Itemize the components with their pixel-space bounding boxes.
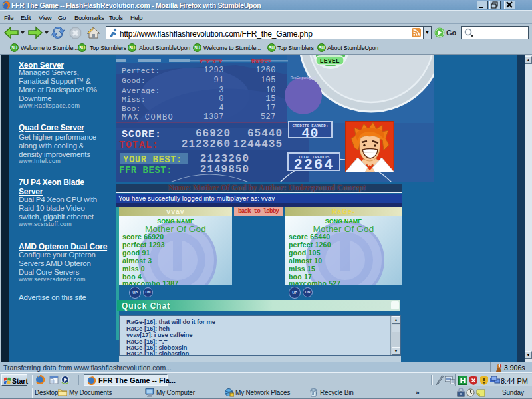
svg-text:ResCe-punkguy2: ResCe-punkguy2	[291, 76, 317, 80]
svg-text:RaGe-: RaGe-	[251, 58, 271, 64]
svg-text:SU: SU	[79, 45, 85, 50]
svg-text:SU: SU	[194, 45, 200, 50]
svg-text:SU: SU	[11, 45, 17, 50]
svg-text:SU: SU	[319, 45, 325, 50]
svg-text:SU: SU	[269, 45, 275, 50]
svg-text:LEVEL: LEVEL	[320, 57, 340, 64]
svg-text:SU: SU	[129, 45, 135, 50]
